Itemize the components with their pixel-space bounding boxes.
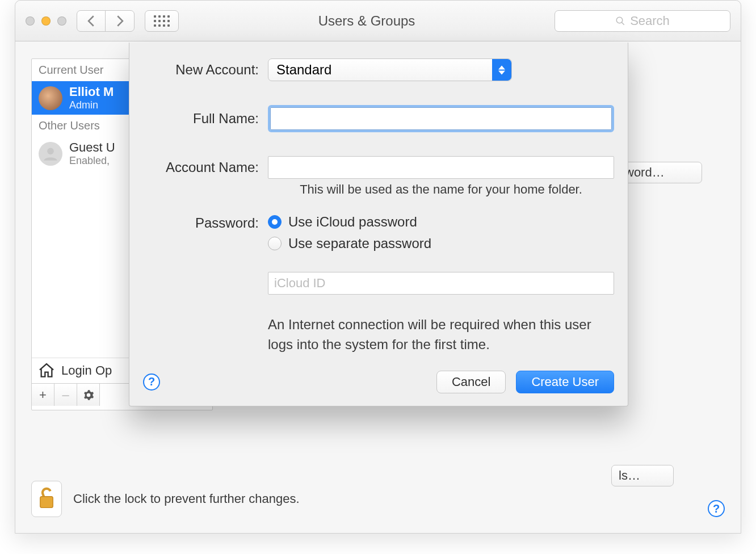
minimize-window-button[interactable] [41, 16, 51, 26]
svg-rect-2 [40, 497, 53, 508]
window-controls [26, 16, 66, 26]
search-icon [615, 16, 625, 26]
label-account-name: Account Name: [143, 160, 268, 175]
gear-icon [83, 389, 94, 401]
avatar [39, 142, 62, 166]
user-role: Admin [69, 99, 114, 111]
close-window-button[interactable] [26, 16, 35, 26]
sheet-help-button[interactable]: ? [143, 373, 160, 391]
show-all-button[interactable] [145, 10, 179, 32]
label-new-account: New Account: [143, 62, 268, 78]
search-field[interactable]: Search [555, 10, 730, 32]
svg-point-0 [616, 17, 623, 23]
label-password: Password: [143, 214, 268, 231]
lock-message: Click the lock to prevent further change… [73, 492, 300, 506]
window-title: Users & Groups [189, 13, 544, 29]
minus-icon: – [62, 388, 69, 402]
nav-segment [77, 10, 135, 32]
new-account-value: Standard [276, 62, 331, 78]
unlocked-lock-icon [37, 487, 56, 511]
radio-icon [268, 215, 282, 229]
login-items-button[interactable]: ls… [611, 465, 674, 486]
zoom-window-button[interactable] [57, 16, 66, 26]
cancel-button[interactable]: Cancel [436, 371, 506, 393]
create-user-button[interactable]: Create User [516, 371, 614, 393]
account-name-input[interactable] [268, 156, 614, 179]
full-name-input[interactable] [270, 107, 612, 130]
lock-button[interactable] [31, 481, 62, 517]
account-name-hint: This will be used as the name for your h… [268, 182, 614, 197]
login-options-label: Login Op [61, 363, 112, 378]
avatar [39, 86, 62, 110]
house-icon [37, 362, 56, 380]
user-name: Guest U [69, 140, 115, 155]
internet-note: An Internet connection will be required … [268, 315, 614, 355]
user-name: Elliot M [69, 85, 114, 99]
grid-icon [154, 15, 170, 27]
icloud-id-input[interactable] [268, 272, 614, 295]
label-full-name: Full Name: [143, 111, 268, 127]
help-button[interactable]: ? [708, 500, 725, 517]
toolbar: Users & Groups Search [15, 1, 741, 41]
plus-icon: + [39, 388, 47, 402]
radio-icloud-password[interactable]: Use iCloud password [268, 214, 614, 230]
popup-arrows-icon [492, 59, 511, 81]
radio-icon [268, 237, 282, 250]
remove-user-button[interactable]: – [54, 384, 77, 406]
radio-label: Use iCloud password [288, 214, 417, 230]
action-menu-button[interactable] [77, 384, 100, 406]
forward-button[interactable] [106, 11, 134, 31]
svg-point-1 [47, 148, 54, 154]
add-user-button[interactable]: + [32, 384, 54, 406]
back-button[interactable] [77, 11, 106, 31]
radio-separate-password[interactable]: Use separate password [268, 236, 614, 251]
user-role: Enabled, [69, 155, 115, 167]
new-account-popup[interactable]: Standard [268, 58, 512, 81]
radio-label: Use separate password [288, 236, 431, 251]
new-user-sheet: New Account: Standard Full Name: Account [129, 43, 628, 406]
prefs-window: Users & Groups Search Current User Ellio… [15, 0, 741, 534]
lock-row: Click the lock to prevent further change… [31, 481, 300, 517]
search-placeholder: Search [630, 14, 670, 28]
